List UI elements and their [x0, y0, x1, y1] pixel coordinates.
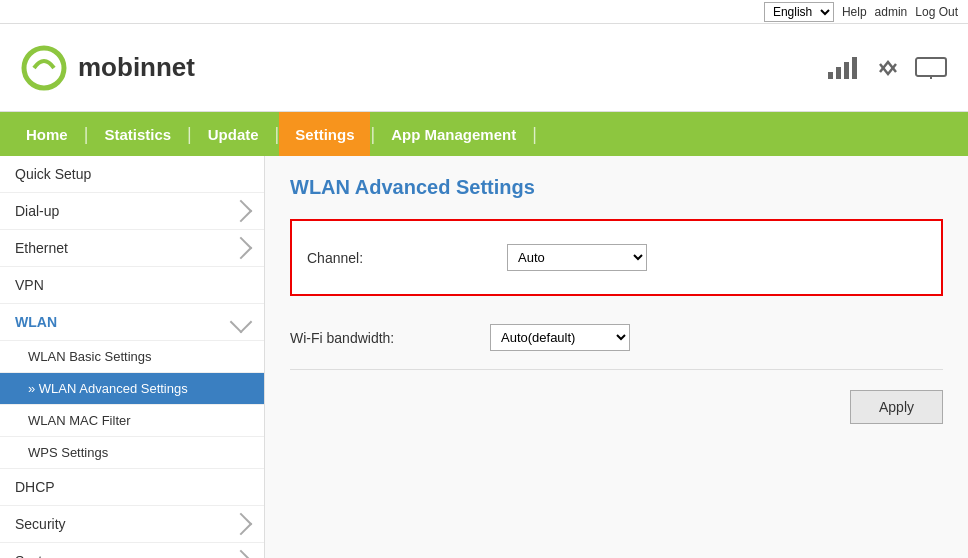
- sidebar-label-wlan-advanced: WLAN Advanced Settings: [39, 381, 188, 396]
- nav-settings[interactable]: Settings: [279, 112, 370, 156]
- header: mobinnet: [0, 24, 968, 112]
- page-title: WLAN Advanced Settings: [290, 176, 943, 199]
- admin-label: admin: [875, 5, 908, 19]
- sidebar-label-quick-setup: Quick Setup: [15, 166, 91, 182]
- main-nav: Home | Statistics | Update | Settings | …: [0, 112, 968, 156]
- nav-update[interactable]: Update: [192, 112, 275, 156]
- wifi-bw-select[interactable]: Auto(default) 20MHz 40MHz: [490, 324, 630, 351]
- top-bar: English Help admin Log Out: [0, 0, 968, 24]
- sidebar-item-wlan-basic[interactable]: WLAN Basic Settings: [0, 341, 264, 373]
- chevron-right-icon: [230, 513, 253, 536]
- nav-sep-1: |: [84, 124, 89, 145]
- sidebar-label-wlan-mac: WLAN MAC Filter: [28, 413, 131, 428]
- sidebar-label-wlan-basic: WLAN Basic Settings: [28, 349, 152, 364]
- content-area: WLAN Advanced Settings Channel: Auto 123…: [265, 156, 968, 558]
- chevron-down-icon: [230, 311, 253, 334]
- sidebar-item-dialup[interactable]: Dial-up: [0, 193, 264, 230]
- wifi-bw-label: Wi-Fi bandwidth:: [290, 330, 490, 346]
- channel-select[interactable]: Auto 123 456 789 10111213: [507, 244, 647, 271]
- signal-icon: [826, 56, 862, 80]
- logo: mobinnet: [20, 44, 195, 92]
- language-select[interactable]: English: [764, 2, 834, 22]
- channel-section: Channel: Auto 123 456 789 10111213: [290, 219, 943, 296]
- main-layout: Quick Setup Dial-up Ethernet VPN WLAN WL…: [0, 156, 968, 558]
- nav-sep-3: |: [275, 124, 280, 145]
- sidebar-label-wps: WPS Settings: [28, 445, 108, 460]
- header-icons: [826, 56, 948, 80]
- chevron-right-icon: [230, 237, 253, 260]
- sidebar-label-system: System: [15, 553, 62, 558]
- sidebar-item-wlan-advanced[interactable]: WLAN Advanced Settings: [0, 373, 264, 405]
- sidebar-label-dhcp: DHCP: [15, 479, 55, 495]
- apply-row: Apply: [290, 390, 943, 424]
- sidebar-label-dialup: Dial-up: [15, 203, 59, 219]
- sidebar-item-quick-setup[interactable]: Quick Setup: [0, 156, 264, 193]
- sidebar-label-vpn: VPN: [15, 277, 44, 293]
- logout-link[interactable]: Log Out: [915, 5, 958, 19]
- logo-text: mobinnet: [78, 52, 195, 83]
- svg-rect-5: [916, 58, 946, 76]
- nav-statistics[interactable]: Statistics: [88, 112, 187, 156]
- top-bar-right: English Help admin Log Out: [764, 2, 958, 22]
- sidebar-item-security[interactable]: Security: [0, 506, 264, 543]
- sidebar-item-wps[interactable]: WPS Settings: [0, 437, 264, 469]
- nav-sep-2: |: [187, 124, 192, 145]
- sidebar-item-system[interactable]: System: [0, 543, 264, 558]
- chevron-right-icon: [230, 200, 253, 223]
- sidebar-item-vpn[interactable]: VPN: [0, 267, 264, 304]
- sidebar-item-wlan-mac[interactable]: WLAN MAC Filter: [0, 405, 264, 437]
- sidebar-label-wlan: WLAN: [15, 314, 57, 330]
- apply-button[interactable]: Apply: [850, 390, 943, 424]
- sidebar-item-wlan[interactable]: WLAN: [0, 304, 264, 341]
- sidebar: Quick Setup Dial-up Ethernet VPN WLAN WL…: [0, 156, 265, 558]
- svg-rect-4: [852, 57, 857, 79]
- transfer-icon: [874, 56, 902, 80]
- wifi-bw-row: Wi-Fi bandwidth: Auto(default) 20MHz 40M…: [290, 316, 943, 359]
- channel-label: Channel:: [307, 250, 507, 266]
- sidebar-item-ethernet[interactable]: Ethernet: [0, 230, 264, 267]
- svg-rect-1: [828, 72, 833, 79]
- logo-icon: [20, 44, 68, 92]
- chevron-right-icon: [230, 550, 253, 558]
- channel-row: Channel: Auto 123 456 789 10111213: [307, 236, 926, 279]
- svg-rect-3: [844, 62, 849, 79]
- help-link[interactable]: Help: [842, 5, 867, 19]
- monitor-icon: [914, 56, 948, 80]
- nav-sep-5: |: [532, 124, 537, 145]
- sidebar-label-ethernet: Ethernet: [15, 240, 68, 256]
- svg-point-0: [24, 48, 64, 88]
- svg-rect-2: [836, 67, 841, 79]
- divider: [290, 369, 943, 370]
- nav-app-management[interactable]: App Management: [375, 112, 532, 156]
- sidebar-item-dhcp[interactable]: DHCP: [0, 469, 264, 506]
- sidebar-label-security: Security: [15, 516, 66, 532]
- nav-sep-4: |: [370, 124, 375, 145]
- nav-home[interactable]: Home: [10, 112, 84, 156]
